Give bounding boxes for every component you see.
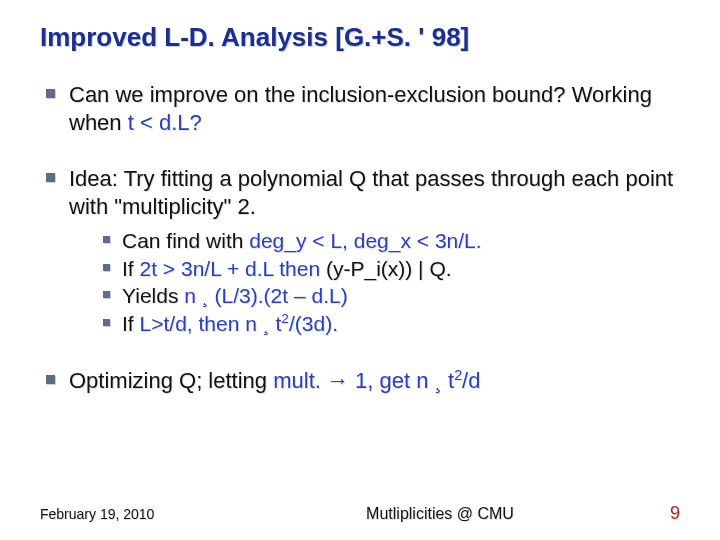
sub-bullet-text: Yields n ¸ (L/3).(2t – d.L) bbox=[122, 283, 348, 310]
bullet-text: Can we improve on the inclusion-exclusio… bbox=[69, 81, 676, 137]
square-bullet-icon bbox=[103, 319, 110, 326]
sub-bullet-item: If 2t > 3n/L + d.L then (y-P_i(x)) | Q. bbox=[103, 256, 676, 283]
sub-bullet-item: Can find with deg_y < L, deg_x < 3n/L. bbox=[103, 228, 676, 255]
footer-date: February 19, 2010 bbox=[40, 506, 260, 522]
bullet-item: Can we improve on the inclusion-exclusio… bbox=[46, 81, 676, 137]
bullet-item: Idea: Try fitting a polynomial Q that pa… bbox=[46, 165, 676, 339]
title-main: Improved L-D. Analysis bbox=[40, 22, 335, 52]
bullet-text: Idea: Try fitting a polynomial Q that pa… bbox=[69, 165, 676, 221]
sub-bullet-item: If L>t/d, then n ¸ t2/(3d). bbox=[103, 311, 676, 338]
slide: Improved L-D. Analysis [G.+S. ' 98] Can … bbox=[0, 0, 720, 540]
square-bullet-icon bbox=[46, 375, 55, 384]
bullet-list: Can we improve on the inclusion-exclusio… bbox=[40, 81, 680, 395]
bullet-item: Optimizing Q; letting mult. → 1, get n ¸… bbox=[46, 367, 676, 395]
square-bullet-icon bbox=[103, 291, 110, 298]
bullet-text: Optimizing Q; letting mult. → 1, get n ¸… bbox=[69, 367, 480, 395]
title-citation: [G.+S. ' 98] bbox=[335, 22, 469, 52]
square-bullet-icon bbox=[46, 173, 55, 182]
square-bullet-icon bbox=[103, 236, 110, 243]
sub-bullet-item: Yields n ¸ (L/3).(2t – d.L) bbox=[103, 283, 676, 310]
sub-bullet-list: Can find with deg_y < L, deg_x < 3n/L.If… bbox=[69, 228, 676, 339]
square-bullet-icon bbox=[103, 264, 110, 271]
sub-bullet-text: Can find with deg_y < L, deg_x < 3n/L. bbox=[122, 228, 482, 255]
slide-title: Improved L-D. Analysis [G.+S. ' 98] bbox=[40, 22, 680, 53]
square-bullet-icon bbox=[46, 89, 55, 98]
sub-bullet-text: If L>t/d, then n ¸ t2/(3d). bbox=[122, 311, 338, 338]
footer-center: Mutliplicities @ CMU bbox=[260, 505, 620, 523]
slide-footer: February 19, 2010 Mutliplicities @ CMU 9 bbox=[0, 503, 720, 524]
footer-page-number: 9 bbox=[620, 503, 680, 524]
sub-bullet-text: If 2t > 3n/L + d.L then (y-P_i(x)) | Q. bbox=[122, 256, 452, 283]
